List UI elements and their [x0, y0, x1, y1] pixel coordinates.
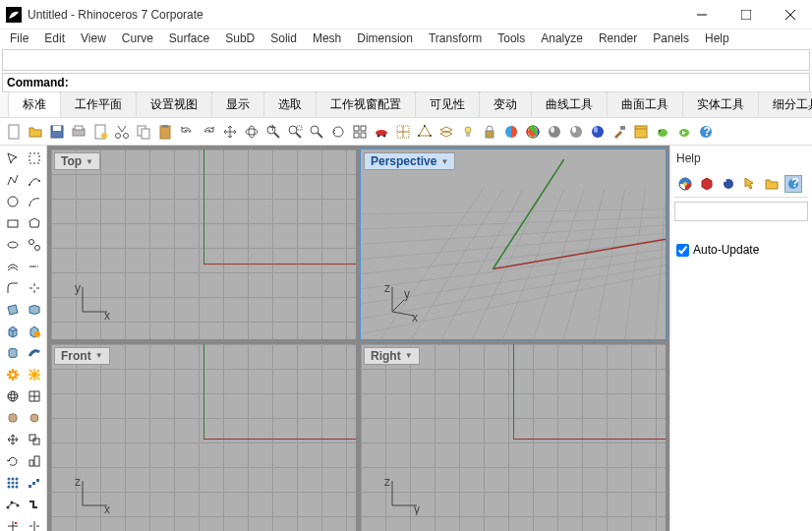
menu-surface[interactable]: Surface	[161, 30, 217, 47]
cplane-right-icon[interactable]	[393, 122, 413, 142]
copy-move-icon[interactable]	[24, 429, 44, 449]
polygon-icon[interactable]	[24, 212, 44, 233]
tab-subd-tools[interactable]: 细分工具	[758, 91, 812, 117]
tab-transform[interactable]: 变动	[479, 91, 532, 117]
zoom-extents-icon[interactable]	[307, 122, 326, 142]
mesh-sphere-icon[interactable]	[2, 385, 23, 406]
zoom-window-icon[interactable]	[285, 122, 305, 142]
document-properties-icon[interactable]	[90, 122, 110, 142]
menu-help[interactable]: Help	[697, 30, 737, 47]
new-icon[interactable]	[4, 122, 24, 142]
tab-display[interactable]: 显示	[211, 91, 264, 117]
lock-icon[interactable]	[480, 122, 499, 142]
subd-tools-icon[interactable]	[24, 407, 44, 428]
split-icon[interactable]	[24, 515, 44, 531]
scale-icon[interactable]	[24, 450, 44, 471]
cut-icon[interactable]	[112, 122, 132, 142]
minimize-button[interactable]	[679, 0, 724, 29]
polyline-icon[interactable]	[2, 169, 23, 190]
pipe-icon[interactable]	[24, 342, 44, 363]
menu-file[interactable]: File	[2, 30, 36, 47]
grasshopper-player-icon[interactable]	[674, 122, 694, 142]
render-icon[interactable]	[501, 122, 521, 142]
arc-icon[interactable]	[24, 191, 44, 211]
menu-mesh[interactable]: Mesh	[305, 30, 349, 47]
named-cplanes-icon[interactable]	[436, 122, 456, 142]
tab-curve-tools[interactable]: 曲线工具	[531, 91, 608, 117]
shade-icon[interactable]	[566, 122, 586, 142]
menu-view[interactable]: View	[73, 30, 114, 47]
four-viewports-icon[interactable]	[350, 122, 370, 142]
rotate-view-icon[interactable]	[242, 122, 261, 142]
join-icon[interactable]	[24, 494, 44, 514]
array-linear-icon[interactable]	[24, 472, 44, 493]
tab-solid-tools[interactable]: 实体工具	[682, 91, 759, 117]
circle-icon[interactable]	[2, 191, 23, 211]
layers-icon[interactable]	[545, 122, 564, 142]
menu-edit[interactable]: Edit	[36, 30, 73, 47]
viewport-top-label[interactable]: Top▼	[54, 152, 100, 170]
rotate-icon[interactable]	[2, 450, 23, 471]
viewport-perspective-label[interactable]: Perspective▼	[364, 152, 455, 170]
materials-tab-icon[interactable]	[698, 175, 716, 193]
explode-icon[interactable]	[24, 364, 44, 384]
copy-icon[interactable]	[134, 122, 153, 142]
viewport-top[interactable]: Top▼ xy	[50, 148, 357, 340]
save-icon[interactable]	[47, 122, 67, 142]
tab-visibility[interactable]: 可见性	[415, 91, 480, 117]
auto-update-checkbox[interactable]: Auto-Update	[674, 241, 808, 259]
help-search-input[interactable]	[674, 202, 808, 221]
menu-solid[interactable]: Solid	[262, 30, 305, 47]
zoom-dynamic-icon[interactable]: +	[263, 122, 283, 142]
viewport-right[interactable]: Right▼ yz	[360, 343, 667, 532]
menu-tools[interactable]: Tools	[490, 30, 533, 47]
ellipse-icon[interactable]	[2, 234, 23, 255]
command-input[interactable]	[69, 76, 805, 89]
control-point-curve-icon[interactable]	[24, 169, 44, 190]
menu-panels[interactable]: Panels	[645, 30, 697, 47]
box-icon[interactable]	[2, 321, 23, 341]
tab-select[interactable]: 选取	[263, 91, 317, 117]
menu-curve[interactable]: Curve	[114, 30, 161, 47]
menu-subd[interactable]: SubD	[217, 30, 262, 47]
viewport-front[interactable]: Front▼ xz	[50, 343, 357, 532]
grasshopper-icon[interactable]	[653, 122, 672, 142]
array-icon[interactable]	[2, 472, 23, 493]
mesh-tools-icon[interactable]	[24, 385, 44, 406]
tab-viewport-layout[interactable]: 工作视窗配置	[316, 91, 416, 117]
render-preview-icon[interactable]	[588, 122, 608, 142]
notes-tab-icon[interactable]	[741, 175, 759, 193]
viewport-right-label[interactable]: Right▼	[364, 347, 420, 365]
library-tab-icon[interactable]	[720, 175, 737, 193]
print-icon[interactable]	[69, 122, 88, 142]
tab-setview[interactable]: 设置视图	[136, 91, 212, 117]
light-icon[interactable]	[458, 122, 478, 142]
points-on-icon[interactable]	[2, 494, 23, 514]
undo-icon[interactable]	[177, 122, 197, 142]
pan-icon[interactable]	[220, 122, 240, 142]
tab-surface-tools[interactable]: 曲面工具	[607, 91, 683, 117]
viewport-perspective[interactable]: Perspective▼ xzy	[360, 148, 667, 340]
surface-plane-icon[interactable]	[2, 299, 23, 320]
viewport-front-label[interactable]: Front▼	[54, 347, 110, 365]
options-hammer-icon[interactable]	[609, 122, 629, 142]
render-tab-icon[interactable]	[676, 175, 694, 193]
offset-icon[interactable]	[2, 256, 23, 276]
properties-icon[interactable]	[523, 122, 543, 142]
close-button[interactable]	[768, 0, 812, 29]
extend-icon[interactable]	[24, 256, 44, 276]
menu-transform[interactable]: Transform	[421, 30, 490, 47]
undo-view-icon[interactable]	[328, 122, 348, 142]
cylinder-icon[interactable]	[2, 342, 23, 363]
folder-tab-icon[interactable]	[763, 175, 781, 193]
menu-render[interactable]: Render	[591, 30, 645, 47]
auto-update-input[interactable]	[676, 244, 689, 257]
cplane-3point-icon[interactable]	[415, 122, 435, 142]
maximize-button[interactable]	[724, 0, 768, 29]
solid-edit-icon[interactable]	[24, 321, 44, 341]
open-icon[interactable]	[26, 122, 45, 142]
gear-icon[interactable]	[2, 364, 23, 384]
move-icon[interactable]	[2, 429, 23, 449]
curve-from-object-icon[interactable]	[24, 234, 44, 255]
tab-standard[interactable]: 标准	[8, 91, 61, 117]
